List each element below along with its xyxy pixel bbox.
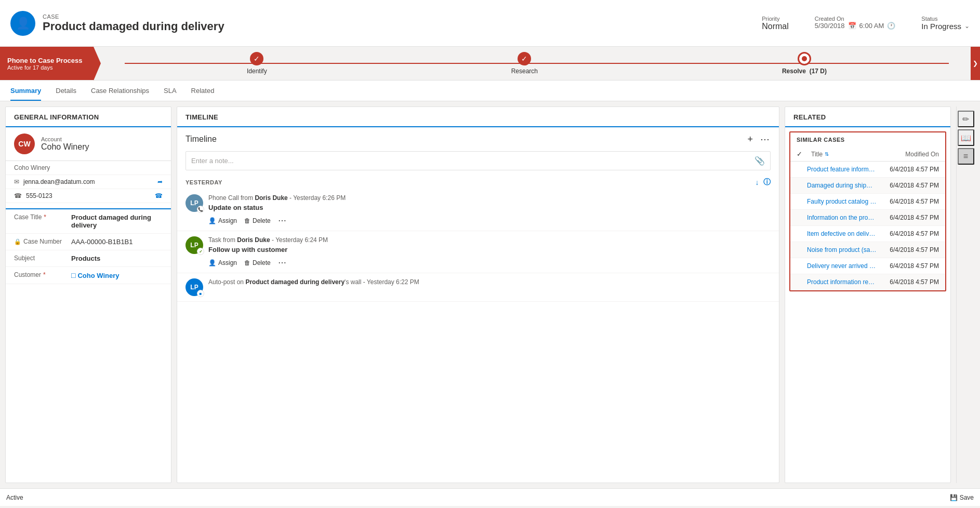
- phone-left: ☎ 555-0123: [14, 192, 52, 199]
- case-title-label: Case Title *: [14, 213, 66, 221]
- timeline-group-actions: ↓ ⓘ: [756, 178, 771, 187]
- step-research[interactable]: ✓ Research: [511, 52, 538, 75]
- email-row: ✉ jenna.dean@adatum.com ➦: [6, 175, 171, 189]
- process-label: Phone to Case Process Active for 17 days: [0, 47, 94, 80]
- assign-icon-0: 👤: [208, 217, 216, 224]
- email-action-icon[interactable]: ➦: [157, 178, 163, 185]
- subject-field: Subject Products: [6, 250, 171, 267]
- timeline-title-0: Phone Call from Doris Duke - Yesterday 6…: [208, 194, 771, 202]
- subject-value[interactable]: Products: [71, 255, 100, 262]
- check-col-header: ✓: [797, 150, 807, 158]
- similar-case-title-6[interactable]: Delivery never arrived (sample): [807, 262, 877, 270]
- step-research-circle: ✓: [518, 52, 531, 65]
- timeline-avatar-1: LP ✓: [186, 236, 203, 254]
- sidebar-book-btn[interactable]: 📖: [958, 129, 974, 146]
- similar-case-title-3[interactable]: Information on the product (sample): [807, 214, 877, 221]
- similar-case-date-3: 6/4/2018 4:57 PM: [877, 214, 939, 221]
- note-input-area[interactable]: Enter a note... 📎: [186, 151, 771, 170]
- similar-cases-box: SIMILAR CASES ✓ Title ⇅ Modified On Prod…: [789, 131, 946, 291]
- account-name[interactable]: Coho Winery: [41, 142, 89, 152]
- page-header: 👤 CASE Product damaged during delivery P…: [0, 0, 980, 47]
- similar-case-title-5[interactable]: Noise from product (sample): [807, 246, 877, 253]
- timeline-actions-1: 👤 Assign 🗑 Delete ⋯: [208, 258, 771, 268]
- similar-case-title-0[interactable]: Product feature information requir...: [807, 166, 877, 173]
- calendar-icon[interactable]: 📅: [848, 22, 856, 30]
- timeline-ellipsis-btn-0[interactable]: ⋯: [278, 216, 286, 225]
- timeline-more-btn[interactable]: ⋯: [759, 132, 771, 146]
- account-subname: Coho Winery: [6, 161, 171, 175]
- timeline-assign-btn-0[interactable]: 👤 Assign: [208, 217, 237, 224]
- case-title: Product damaged during delivery: [43, 20, 224, 33]
- timeline-sort-btn[interactable]: ↓: [756, 178, 759, 186]
- process-scroll-btn[interactable]: ❯: [971, 47, 980, 80]
- timeline-ellipsis-btn-1[interactable]: ⋯: [278, 258, 286, 268]
- tab-details[interactable]: Details: [56, 81, 76, 101]
- header-title-block: CASE Product damaged during delivery: [43, 14, 224, 33]
- process-arrow: [94, 47, 101, 81]
- timeline-content-2: Auto-post on Product damaged during deli…: [208, 278, 771, 296]
- similar-case-date-4: 6/4/2018 4:57 PM: [877, 230, 939, 237]
- priority-label: Priority: [762, 16, 779, 22]
- priority-field: Priority Normal: [762, 16, 789, 31]
- created-on-value: 5/30/2018 📅 6:00 AM 🕐: [815, 22, 896, 30]
- case-title-field: Case Title * Product damaged during deli…: [6, 209, 171, 234]
- similar-case-title-7[interactable]: Product information required (sam...: [807, 278, 877, 286]
- timeline-header: TIMELINE: [177, 107, 779, 127]
- similar-case-row-1: Damaged during shipment (sample) 6/4/201…: [790, 178, 945, 194]
- general-info-panel: GENERAL INFORMATION CW Account Coho Wine…: [5, 106, 171, 483]
- phone-action-icon[interactable]: ☎: [155, 192, 163, 199]
- email-left: ✉ jenna.dean@adatum.com: [14, 178, 95, 185]
- title-col-header[interactable]: Title ⇅: [811, 151, 872, 158]
- group-label: YESTERDAY: [186, 179, 222, 185]
- case-number-value: AAA-00000-B1B1B1: [71, 238, 133, 246]
- tab-sla[interactable]: SLA: [164, 81, 177, 101]
- sidebar-similar-btn[interactable]: ≡: [958, 148, 974, 165]
- sort-icon[interactable]: ⇅: [825, 151, 829, 157]
- timeline-delete-btn-0[interactable]: 🗑 Delete: [244, 217, 271, 224]
- timeline-content-0: Phone Call from Doris Duke - Yesterday 6…: [208, 194, 771, 225]
- save-button[interactable]: 💾 Save: [950, 494, 974, 501]
- step-identify[interactable]: ✓ Identify: [247, 52, 267, 75]
- task-icon: ✓: [197, 248, 204, 255]
- email-icon: ✉: [14, 178, 19, 185]
- similar-case-title-1[interactable]: Damaged during shipment (sample): [807, 182, 877, 189]
- status-dropdown[interactable]: In Progress ⌄: [921, 22, 970, 31]
- timeline-avatar-0: LP 📞: [186, 194, 203, 212]
- timeline-info-icon[interactable]: ⓘ: [763, 178, 771, 187]
- sidebar-edit-btn[interactable]: ✏: [958, 111, 974, 127]
- phone-value: 555-0123: [26, 192, 52, 199]
- tab-case-relationships[interactable]: Case Relationships: [91, 81, 149, 101]
- case-title-value[interactable]: Product damaged during delivery: [71, 213, 163, 229]
- timeline-panel: TIMELINE Timeline + ⋯ Enter a note... 📎 …: [177, 106, 779, 483]
- related-panel: RELATED SIMILAR CASES ✓ Title ⇅ Modified…: [785, 106, 951, 483]
- timeline-add-btn[interactable]: +: [746, 133, 754, 146]
- similar-case-row-7: Product information required (sam... 6/4…: [790, 274, 945, 290]
- timeline-delete-btn-1[interactable]: 🗑 Delete: [244, 259, 271, 266]
- header-meta: Priority Normal Created On 5/30/2018 📅 6…: [762, 16, 970, 31]
- similar-case-date-6: 6/4/2018 4:57 PM: [877, 262, 939, 270]
- tab-summary[interactable]: Summary: [10, 81, 41, 101]
- timeline-assign-btn-1[interactable]: 👤 Assign: [208, 259, 237, 266]
- similar-table-header: ✓ Title ⇅ Modified On: [790, 147, 945, 162]
- timeline-item-2: LP ■ Auto-post on Product damaged during…: [177, 273, 779, 302]
- created-date: 5/30/2018: [815, 22, 845, 30]
- similar-case-title-4[interactable]: Item defective on delivery (sample): [807, 230, 877, 237]
- status-value: In Progress: [921, 22, 961, 31]
- step-resolve-label: Resolve (17 D): [782, 68, 827, 75]
- date-col-header: Modified On: [877, 151, 939, 158]
- clock-icon[interactable]: 🕐: [887, 22, 895, 30]
- step-resolve[interactable]: Resolve (17 D): [782, 52, 827, 75]
- similar-case-title-2[interactable]: Faulty product catalog (sample): [807, 198, 877, 205]
- customer-value[interactable]: □ Coho Winery: [71, 271, 120, 279]
- timeline-subtitle-1: Follow up with customer: [208, 246, 771, 253]
- customer-field: Customer * □ Coho Winery: [6, 267, 171, 284]
- attach-icon[interactable]: 📎: [754, 156, 765, 166]
- lock-icon: 🔒: [14, 238, 21, 245]
- similar-case-date-2: 6/4/2018 4:57 PM: [877, 198, 939, 205]
- phone-row: ☎ 555-0123 ☎: [6, 189, 171, 203]
- timeline-group-yesterday: YESTERDAY ↓ ⓘ: [177, 176, 779, 189]
- status-field: Status In Progress ⌄: [921, 16, 970, 31]
- general-info-header: GENERAL INFORMATION: [6, 107, 171, 127]
- subject-label: Subject: [14, 255, 66, 262]
- tab-related[interactable]: Related: [191, 81, 215, 101]
